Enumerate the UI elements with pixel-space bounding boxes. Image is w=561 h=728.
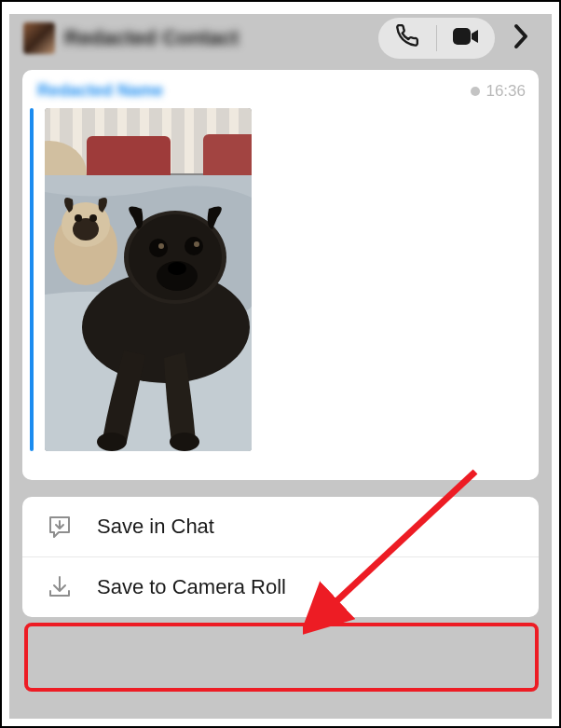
svg-point-28 (168, 262, 186, 275)
svg-point-23 (149, 239, 168, 257)
call-controls (378, 18, 495, 59)
sender-name: Redacted Name (37, 81, 163, 101)
svg-point-18 (75, 214, 82, 222)
contact-name[interactable]: Redacted Contact (64, 26, 369, 50)
chat-photo[interactable] (45, 108, 252, 451)
voice-call-button[interactable] (378, 18, 436, 59)
menu-label: Save to Camera Roll (97, 575, 286, 599)
chat-message-card: Redacted Name 16:36 (22, 70, 539, 480)
svg-point-24 (185, 237, 203, 255)
svg-point-29 (97, 433, 127, 451)
menu-label: Save in Chat (97, 515, 214, 539)
svg-point-25 (158, 243, 164, 249)
save-chat-icon (47, 514, 73, 540)
save-to-camera-roll-option[interactable]: Save to Camera Roll (22, 557, 539, 617)
svg-point-30 (170, 433, 199, 451)
video-icon (453, 26, 479, 50)
svg-point-26 (194, 241, 199, 247)
chat-header: Redacted Contact (9, 14, 552, 62)
save-in-chat-option[interactable]: Save in Chat (22, 497, 539, 556)
download-icon (47, 574, 73, 600)
chat-settings-button[interactable] (504, 23, 538, 53)
context-menu: Save in Chat Save to Camera Roll (22, 497, 539, 617)
svg-point-19 (89, 214, 97, 222)
phone-icon (395, 24, 419, 52)
svg-point-17 (73, 218, 99, 240)
message-accent-bar (30, 108, 34, 451)
status-dot-icon (471, 87, 480, 96)
message-timestamp: 16:36 (471, 82, 526, 101)
svg-rect-0 (453, 28, 471, 45)
avatar[interactable] (23, 22, 55, 54)
svg-rect-8 (185, 108, 194, 173)
video-call-button[interactable] (437, 18, 495, 59)
chevron-right-icon (513, 23, 528, 53)
